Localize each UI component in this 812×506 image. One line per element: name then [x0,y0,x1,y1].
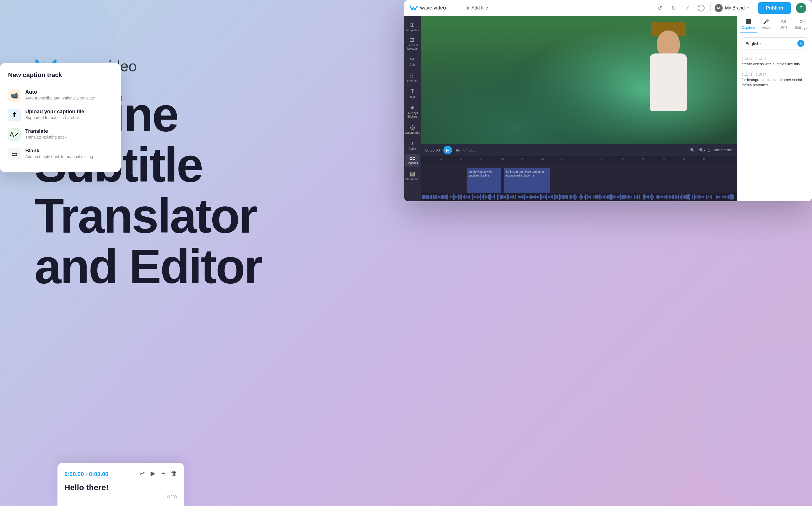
add-language-button[interactable]: + [797,40,804,47]
sidebar-item-storyboard[interactable]: ▦ Storyboard [405,168,419,183]
dialog-title: New caption track [8,71,113,79]
waveform-bar [599,194,601,199]
tab-captions[interactable]: ⬛ Captions [740,16,757,33]
zoom-in-icon[interactable]: 🔍+ [690,148,697,152]
waveform-bar [689,194,690,200]
waveform-bar [626,196,627,198]
ruler-mark-32: 32 [722,158,725,161]
waveform-bar [518,195,519,198]
publish-button[interactable]: Publish [758,2,791,14]
waveform-bar [700,196,701,197]
mybrand-selector[interactable]: M My Brand ▾ [710,2,753,14]
waveform-bar [703,196,704,198]
templates-icon: ⊞ [410,22,415,27]
translate-option-icon: A↗ [8,128,21,141]
clip-1-text: create videos with subtitles like this [469,170,499,177]
blank-option-title: Blank [25,148,93,154]
redo-button[interactable]: ↻ [669,3,678,13]
zoom-out-icon[interactable]: 🔍- [699,148,705,152]
edit-icon: ✂ [410,56,415,62]
waveform-bar [474,196,475,198]
ruler-mark-4: 4 [440,158,442,161]
waveform-bar [645,195,646,198]
waveform-bar [607,195,608,199]
timeline-clip-2[interactable]: for instagram, tiktok and other social m… [504,168,550,197]
sidebar-item-watermarks[interactable]: ◎ Watermarks [405,122,419,137]
language-label: English [745,41,759,46]
topbar-add-title-button[interactable]: ⊕ Add title [466,5,488,11]
waveform-bar [444,195,445,198]
waveform-bar [686,195,687,199]
captions-tab-icon: ⬛ [746,19,751,24]
waveform-bar [426,195,427,199]
sidebar-item-overlays[interactable]: ★ Overlays Stickers [405,102,419,121]
user-avatar[interactable]: T [796,3,806,13]
waveform-bar [439,196,440,198]
sidebar-item-templates[interactable]: ⊞ Templates [405,19,419,34]
waveform-bar [734,197,735,197]
timeline-clip-1[interactable]: create videos with subtitles like this [467,168,501,197]
waveform-bar [573,195,574,198]
caption-option-blank[interactable]: ▭ Blank Add an empty track for manual ed… [8,144,113,164]
waveform-bar [532,196,533,198]
waveform-bar [637,195,638,198]
zoom-fit-icon[interactable]: ⊡ [707,148,711,152]
sidebar-item-audio[interactable]: ♪ Audio [405,138,419,153]
waveform-bar [452,196,453,197]
editor-text-input[interactable] [64,483,177,492]
waveform-bar [639,195,640,199]
sidebar-item-layouts[interactable]: ⊡ Layouts [405,70,419,85]
waveform-bar [632,197,633,197]
person-figure [634,22,703,119]
hide-timeline-button[interactable]: Hide timeline [713,148,733,152]
waveform-bar [582,196,583,198]
waveform-bar [620,194,621,200]
tab-style[interactable]: Aa Style [775,16,793,33]
topbar-menu-button[interactable] [453,4,461,12]
waveform-bar [642,197,643,197]
waveform-bar [508,195,509,199]
timeline-skip-button[interactable]: ⏭ [455,148,460,153]
caption-time-2: 0:12.42 – 0:15.37 [742,73,808,76]
help-button[interactable]: ? [697,3,706,13]
save-button[interactable]: ✓ [683,3,692,13]
caption-option-auto[interactable]: 📹 Auto Auto-transcribe and optionally tr… [8,86,113,105]
waveform-bar [598,195,599,198]
waveform-bar [627,195,629,199]
caption-item-1[interactable]: 0:10.01 – 0:12.42 create videos with sub… [742,54,808,70]
waveform-bar [592,197,593,197]
right-panel: ⬛ Captions 🎤 Voice Aa Style ⚙ Settings [737,16,812,201]
caption-item-2[interactable]: 0:12.42 – 0:15.37 for Instagram, tiktok … [742,70,808,91]
waveform-bar [535,195,536,199]
sidebar-item-edit[interactable]: ✂ Edit [405,54,419,69]
auto-option-title: Auto [25,89,95,95]
text-icon: T [411,89,414,94]
sidebar-item-stocks[interactable]: 🖼 Stocks & Uploads [405,36,419,53]
waveform-bar [450,195,451,199]
timeline-play-button[interactable]: ▶ [443,146,452,154]
waveform-bar [505,195,506,199]
waveform-bar [458,194,459,200]
waveform-bar [563,195,564,198]
editor-cut-button[interactable]: ✂ [140,470,145,477]
caption-option-upload[interactable]: ⬆ Upload your caption file Supported for… [8,105,113,125]
editor-play-button[interactable]: ▶ [150,470,156,477]
waveform-bar [463,196,464,198]
waveform-bar [590,195,591,199]
undo-button[interactable]: ↺ [655,3,664,13]
sidebar-item-captions[interactable]: CC Captions [405,154,419,167]
waveform-bar [589,196,590,198]
caption-option-translate[interactable]: A↗ Translate Translate existing track [8,125,113,144]
editor-delete-button[interactable]: 🗑 [171,470,177,477]
waveform-bar [714,197,715,197]
person-body [650,54,687,111]
waveform-bar [571,195,572,199]
tab-settings[interactable]: ⚙ Settings [792,16,810,33]
tab-voice[interactable]: 🎤 Voice [757,16,775,33]
waveform-bar [708,196,709,197]
language-selector[interactable]: English ▾ + [742,37,808,50]
waveform-bar [499,197,500,197]
editor-add-button[interactable]: + [161,470,165,477]
waveform-bar [659,196,660,197]
sidebar-item-text[interactable]: T Text [405,86,419,101]
